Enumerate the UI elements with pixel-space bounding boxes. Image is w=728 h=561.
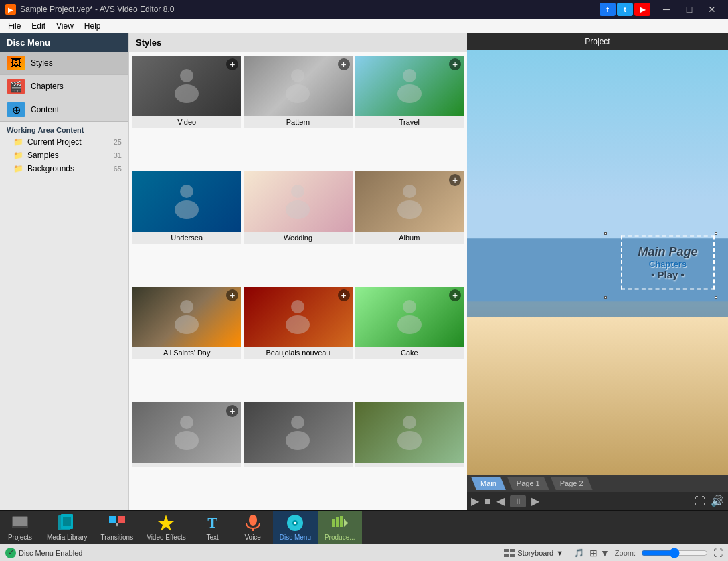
svg-point-15 bbox=[286, 315, 310, 334]
style-item-album[interactable]: + Album bbox=[355, 171, 464, 285]
toolbar-btn-transitions[interactable]: Transitions bbox=[94, 511, 141, 544]
current-project-count: 25 bbox=[114, 138, 122, 146]
voice-icon bbox=[244, 513, 262, 532]
preview-panel: Project bbox=[467, 33, 728, 510]
tab-page1[interactable]: Page 1 bbox=[507, 477, 549, 490]
style-thumb-more2 bbox=[244, 402, 352, 463]
svg-point-7 bbox=[175, 200, 199, 219]
svg-point-0 bbox=[180, 69, 193, 82]
sidebar-item-samples[interactable]: 📁 Samples 31 bbox=[0, 149, 128, 162]
text-icon: T bbox=[203, 513, 222, 532]
menu-view[interactable]: View bbox=[51, 20, 79, 32]
menu-edit[interactable]: Edit bbox=[26, 20, 51, 32]
sidebar-btn-content[interactable]: ⊕ Content bbox=[0, 98, 128, 122]
style-item-beaujolais[interactable]: + Beaujolais nouveau bbox=[243, 286, 353, 400]
plus-icon-4: + bbox=[449, 174, 461, 186]
style-thumb-album: + bbox=[355, 171, 464, 232]
pause-button[interactable]: ⏸ bbox=[510, 495, 526, 507]
handle-tr bbox=[604, 232, 607, 235]
style-thumb-wedding bbox=[244, 171, 352, 232]
sidebar-item-current-project[interactable]: 📁 Current Project 25 bbox=[0, 135, 128, 149]
style-label-more1 bbox=[132, 463, 241, 467]
svg-point-43 bbox=[294, 522, 296, 524]
preview-controls: ▶ ■ ◀ ⏸ ▶ ⛶ 🔊 bbox=[467, 492, 728, 510]
preview-text-overlay: Main Page Chapters • Play • bbox=[621, 235, 715, 289]
minimize-button[interactable]: ─ bbox=[656, 0, 677, 19]
prev-button[interactable]: ◀ bbox=[496, 495, 505, 507]
svg-rect-51 bbox=[510, 554, 515, 557]
svg-point-16 bbox=[403, 300, 416, 313]
style-item-video[interactable]: + Video bbox=[132, 55, 242, 169]
plus-icon-8: + bbox=[226, 405, 238, 417]
preview-background: Main Page Chapters • Play • bbox=[467, 50, 728, 475]
style-item-saints[interactable]: + All Saints' Day bbox=[132, 286, 242, 400]
style-thumb-more3 bbox=[355, 402, 464, 463]
style-item-more2[interactable] bbox=[243, 402, 353, 508]
close-button[interactable]: ✕ bbox=[701, 0, 723, 19]
svg-point-1 bbox=[175, 84, 199, 103]
zoom-slider[interactable] bbox=[641, 548, 708, 558]
style-label-wedding: Wedding bbox=[244, 232, 352, 244]
styles-grid: + Video + Pattern + bbox=[129, 52, 467, 510]
toolbar-btn-produce[interactable]: Produce... bbox=[318, 511, 362, 544]
tab-page2[interactable]: Page 2 bbox=[551, 477, 593, 490]
toolbar-btn-video-effects[interactable]: Video Effects bbox=[140, 511, 193, 544]
app-icon: ▶ bbox=[5, 4, 16, 15]
handle-bl bbox=[604, 296, 607, 299]
produce-label: Produce... bbox=[325, 534, 355, 541]
styles-panel-header: Styles bbox=[129, 33, 467, 52]
fullscreen-button[interactable]: ⛶ bbox=[695, 495, 705, 507]
chapters-icon: 🎬 bbox=[7, 79, 25, 94]
expand-button[interactable]: ⛶ bbox=[713, 548, 723, 558]
status-right: Storyboard ▼ 🎵 ⊞ ▼ Zoom: ⛶ bbox=[498, 548, 723, 558]
toolbar-btn-text[interactable]: T Text bbox=[193, 511, 233, 544]
sidebar-title: Disc Menu bbox=[0, 33, 128, 52]
storyboard-dropdown-icon: ▼ bbox=[556, 549, 563, 557]
play-button[interactable]: ▶ bbox=[471, 495, 479, 507]
style-item-more3[interactable] bbox=[355, 402, 464, 508]
toolbar-btn-disc-menu[interactable]: Disc Menu bbox=[273, 511, 318, 544]
style-label-travel: Travel bbox=[355, 116, 464, 128]
transitions-label: Transitions bbox=[101, 534, 134, 541]
twitter-icon[interactable]: t bbox=[617, 3, 633, 16]
youtube-icon[interactable]: ▶ bbox=[634, 3, 650, 16]
style-item-cake[interactable]: + Cake bbox=[355, 286, 464, 400]
tab-main[interactable]: Main bbox=[471, 477, 506, 490]
facebook-icon[interactable]: f bbox=[600, 3, 616, 16]
toolbar-btn-projects[interactable]: Projects bbox=[0, 511, 40, 544]
svg-rect-46 bbox=[340, 516, 343, 527]
sidebar-btn-styles[interactable]: 🖼 Styles bbox=[0, 52, 128, 75]
style-item-travel[interactable]: + Travel bbox=[355, 55, 464, 169]
style-item-pattern[interactable]: + Pattern bbox=[243, 55, 353, 169]
style-item-wedding[interactable]: Wedding bbox=[243, 171, 353, 285]
page-tabs: Main Page 1 Page 2 bbox=[467, 475, 728, 492]
toolbar-btn-voice[interactable]: Voice bbox=[233, 511, 273, 544]
plus-icon-3: + bbox=[449, 58, 461, 70]
menu-help[interactable]: Help bbox=[79, 20, 106, 32]
social-icons: f t ▶ bbox=[600, 3, 650, 16]
svg-point-3 bbox=[286, 84, 310, 103]
toolbar-btn-media-library[interactable]: Media Library bbox=[40, 511, 94, 544]
style-thumb-beaujolais: + bbox=[244, 287, 352, 347]
menu-file[interactable]: File bbox=[3, 20, 26, 32]
title-bar-left: ▶ Sample Project.vep* - AVS Video Editor… bbox=[5, 4, 174, 15]
sidebar-item-backgrounds[interactable]: 📁 Backgrounds 65 bbox=[0, 162, 128, 175]
svg-rect-31 bbox=[12, 526, 28, 528]
disc-menu-label: Disc Menu bbox=[280, 534, 311, 541]
maximize-button[interactable]: □ bbox=[678, 0, 700, 19]
samples-label: Samples bbox=[27, 151, 59, 160]
video-effects-icon bbox=[157, 513, 175, 532]
music-icon[interactable]: 🎵 bbox=[574, 548, 584, 558]
style-item-more1[interactable]: + bbox=[132, 402, 242, 508]
style-item-undersea[interactable]: Undersea bbox=[132, 171, 242, 285]
volume-button[interactable]: 🔊 bbox=[711, 495, 724, 507]
working-area-content-title: Working Area Content bbox=[0, 122, 128, 135]
disc-menu-icon bbox=[286, 513, 304, 532]
next-button[interactable]: ▶ bbox=[531, 495, 539, 507]
sidebar-btn-chapters[interactable]: 🎬 Chapters bbox=[0, 75, 128, 98]
stop-button[interactable]: ■ bbox=[484, 495, 491, 507]
storyboard-button[interactable]: Storyboard ▼ bbox=[498, 548, 569, 558]
style-thumb-pattern: + bbox=[244, 56, 352, 116]
layout-icon[interactable]: ⊞ ▼ bbox=[589, 548, 610, 558]
style-thumb-saints: + bbox=[132, 287, 241, 347]
